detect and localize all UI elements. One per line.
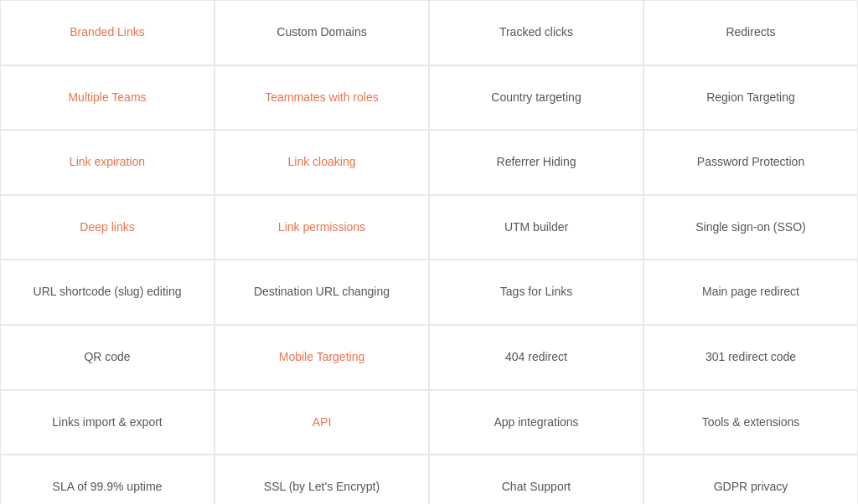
grid-cell-6-3: Tools & extensions — [644, 390, 858, 455]
cell-text-5-1: Mobile Targeting — [279, 349, 364, 366]
cell-text-1-3: Region Targeting — [706, 90, 795, 106]
grid-cell-0-0: Branded Links — [0, 0, 214, 65]
cell-text-5-2: 404 redirect — [505, 349, 567, 366]
grid-cell-5-1: Mobile Targeting — [214, 325, 429, 390]
grid-cell-5-2: 404 redirect — [429, 325, 644, 390]
cell-text-6-3: Tools & extensions — [702, 414, 800, 431]
cell-text-4-0: URL shortcode (slug) editing — [34, 284, 182, 301]
cell-text-1-2: Country targeting — [491, 90, 581, 106]
grid-cell-3-1: Link permissions — [214, 195, 429, 260]
cell-text-2-0: Link expiration — [70, 154, 145, 171]
cell-text-3-0: Deep links — [80, 219, 134, 236]
grid-cell-2-3: Password Protection — [644, 130, 858, 195]
grid-cell-3-3: Single sign-on (SSO) — [644, 195, 858, 260]
cell-text-3-2: UTM builder — [504, 219, 568, 236]
grid-cell-2-0: Link expiration — [0, 130, 214, 195]
grid-cell-6-1: API — [214, 390, 429, 455]
cell-text-0-1: Custom Domains — [277, 24, 366, 41]
cell-text-6-1: API — [313, 414, 332, 431]
grid-cell-2-2: Referrer Hiding — [429, 130, 644, 195]
features-grid: Branded LinksCustom DomainsTracked click… — [0, 0, 858, 504]
grid-cell-7-3: GDPR privacy — [644, 455, 858, 504]
grid-cell-0-1: Custom Domains — [214, 0, 429, 65]
cell-text-4-1: Destination URL changing — [254, 284, 390, 301]
cell-text-6-2: App integrations — [494, 414, 578, 431]
cell-text-7-3: GDPR privacy — [714, 479, 788, 496]
grid-cell-3-0: Deep links — [0, 195, 214, 260]
grid-cell-7-0: SLA of 99.9% uptime — [0, 455, 214, 504]
grid-cell-2-1: Link cloaking — [214, 130, 429, 195]
cell-text-0-0: Branded Links — [70, 24, 145, 41]
cell-text-3-3: Single sign-on (SSO) — [695, 219, 806, 236]
grid-cell-6-2: App integrations — [429, 390, 644, 455]
grid-cell-4-3: Main page redirect — [644, 260, 858, 325]
cell-text-1-1: Teammates with roles — [265, 90, 378, 106]
grid-cell-1-2: Country targeting — [429, 65, 644, 131]
grid-cell-1-0: Multiple Teams — [0, 65, 214, 131]
grid-cell-4-0: URL shortcode (slug) editing — [0, 260, 214, 325]
cell-text-5-3: 301 redirect code — [706, 349, 796, 366]
cell-text-3-1: Link permissions — [278, 219, 365, 236]
cell-text-0-2: Tracked clicks — [499, 24, 573, 41]
cell-text-2-3: Password Protection — [697, 154, 804, 171]
grid-cell-0-3: Redirects — [644, 0, 858, 65]
grid-cell-4-2: Tags for Links — [429, 260, 644, 325]
cell-text-7-0: SLA of 99.9% uptime — [53, 479, 163, 496]
grid-cell-0-2: Tracked clicks — [429, 0, 644, 65]
grid-cell-5-3: 301 redirect code — [644, 325, 858, 390]
cell-text-4-3: Main page redirect — [702, 284, 799, 301]
grid-cell-1-3: Region Targeting — [644, 65, 858, 131]
grid-cell-1-1: Teammates with roles — [214, 65, 429, 131]
cell-text-4-2: Tags for Links — [500, 284, 572, 301]
grid-cell-4-1: Destination URL changing — [214, 260, 429, 325]
cell-text-1-0: Multiple Teams — [68, 90, 146, 106]
cell-text-7-2: Chat Support — [502, 479, 571, 496]
grid-cell-7-2: Chat Support — [429, 455, 644, 504]
cell-text-6-0: Links import & export — [52, 414, 163, 431]
grid-cell-7-1: SSL (by Let's Encrypt) — [214, 455, 429, 504]
cell-text-5-0: QR code — [84, 349, 130, 366]
grid-cell-5-0: QR code — [0, 325, 214, 390]
cell-text-0-3: Redirects — [726, 24, 775, 41]
cell-text-7-1: SSL (by Let's Encrypt) — [264, 479, 380, 496]
cell-text-2-2: Referrer Hiding — [497, 154, 576, 171]
cell-text-2-1: Link cloaking — [288, 154, 356, 171]
grid-cell-3-2: UTM builder — [429, 195, 644, 260]
grid-cell-6-0: Links import & export — [0, 390, 214, 455]
